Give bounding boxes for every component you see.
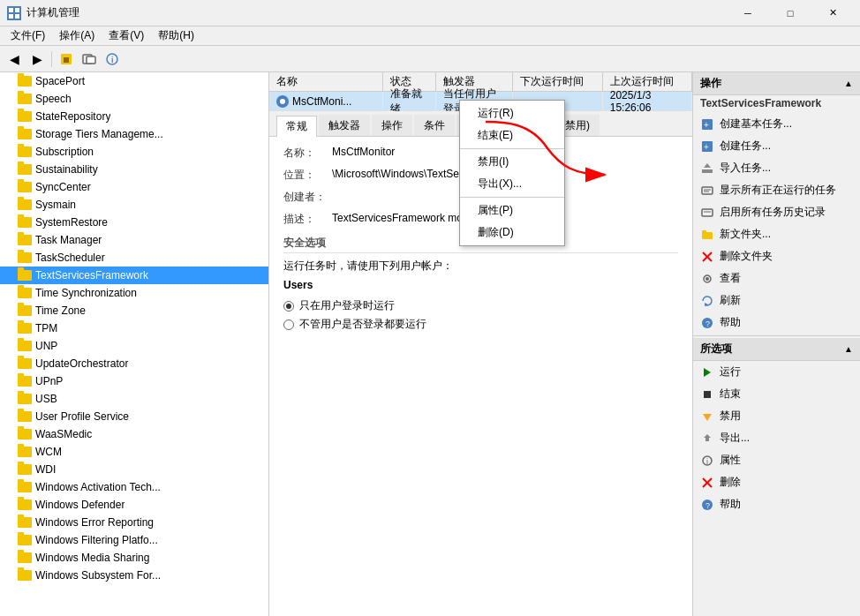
properties-button[interactable]: i: [102, 49, 123, 69]
context-menu-end[interactable]: 结束(E): [460, 124, 564, 146]
sidebar-item-sustainability[interactable]: Sustainability: [0, 161, 268, 178]
radio-row-2[interactable]: 不管用户是否登录都要运行: [283, 317, 678, 332]
tab-triggers[interactable]: 触发器: [319, 115, 370, 136]
svg-rect-31: [704, 391, 711, 398]
forward-button[interactable]: ▶: [26, 49, 48, 69]
radio-button-1[interactable]: [283, 301, 294, 312]
folder-icon: [18, 464, 32, 475]
context-menu-delete[interactable]: 删除(D): [460, 222, 564, 244]
folder-icon: [18, 535, 32, 545]
context-menu-disable[interactable]: 禁用(I): [460, 151, 564, 173]
action-create-basic[interactable]: + 创建基本任务...: [693, 113, 860, 135]
svg-text:i: i: [111, 56, 114, 64]
action-export[interactable]: 导出...: [693, 427, 860, 449]
action-import[interactable]: 导入任务...: [693, 157, 860, 179]
maximize-button[interactable]: □: [770, 4, 811, 22]
sidebar-item-wdi[interactable]: WDI: [0, 461, 268, 478]
delete-icon: [700, 476, 714, 490]
sidebar-item-speech[interactable]: Speech: [0, 90, 268, 108]
radio-button-2[interactable]: [283, 319, 294, 330]
action-help[interactable]: ? 帮助: [693, 312, 860, 334]
menu-help[interactable]: 帮助(H): [151, 26, 201, 45]
sidebar-item-updateorch[interactable]: UpdateOrchestrator: [0, 355, 268, 372]
context-menu-properties[interactable]: 属性(P): [460, 199, 564, 222]
sidebar-item-state-repository[interactable]: StateRepository: [0, 108, 268, 125]
sidebar-item-wcm[interactable]: WCM: [0, 443, 268, 461]
action-refresh[interactable]: 刷新: [693, 289, 860, 312]
folder-icon: [18, 358, 32, 369]
sidebar-item-timesync[interactable]: Time Synchronization: [0, 284, 268, 302]
context-menu-run[interactable]: 运行(R): [460, 102, 564, 124]
sidebar-item-taskscheduler[interactable]: TaskScheduler: [0, 249, 268, 267]
context-menu-export[interactable]: 导出(X)...: [460, 173, 564, 195]
folder-icon: [18, 270, 32, 281]
toolbar-separator: [51, 51, 52, 67]
sidebar-item-systemrestore[interactable]: SystemRestore: [0, 214, 268, 231]
menu-file[interactable]: 文件(F): [4, 26, 52, 45]
folder-icon: [18, 411, 32, 422]
action-disable[interactable]: 禁用: [693, 405, 860, 427]
sidebar-item-tpm[interactable]: TPM: [0, 319, 268, 337]
tab-general[interactable]: 常规: [276, 116, 317, 137]
sidebar-item-taskmanager[interactable]: Task Manager: [0, 231, 268, 249]
svg-text:+: +: [704, 142, 709, 152]
action-create-task[interactable]: + 创建任务...: [693, 135, 860, 157]
action-show-running[interactable]: 显示所有正在运行的任务: [693, 179, 860, 201]
action-delete[interactable]: 删除: [693, 471, 860, 493]
export-icon: [700, 432, 714, 446]
sidebar-item-waasmedic[interactable]: WaaSMedic: [0, 425, 268, 443]
sidebar-item-timezone[interactable]: Time Zone: [0, 302, 268, 319]
window-controls: ─ □ ✕: [728, 4, 853, 22]
sidebar-item-upnp[interactable]: UPnP: [0, 372, 268, 390]
action-new-folder[interactable]: 新文件夹...: [693, 223, 860, 245]
action-view[interactable]: 查看: [693, 267, 860, 289]
action-section-2-title: 所选项 ▲: [693, 338, 860, 361]
sidebar-item-storage[interactable]: Storage Tiers Manageme...: [0, 125, 268, 143]
sidebar-item-winsubsystem[interactable]: Windows Subsystem For...: [0, 567, 268, 584]
sidebar-item-spaceport[interactable]: SpacePort: [0, 72, 268, 90]
folder-icon: [18, 164, 32, 175]
action-properties[interactable]: i 属性: [693, 449, 860, 471]
create-basic-icon: +: [700, 117, 714, 131]
svg-rect-3: [15, 14, 19, 19]
author-label: 创建者：: [283, 190, 332, 205]
back-button[interactable]: ◀: [4, 49, 25, 69]
sidebar-item-usb[interactable]: USB: [0, 390, 268, 408]
action-enable-history[interactable]: 启用所有任务历史记录: [693, 201, 860, 223]
sidebar-item-unp[interactable]: UNP: [0, 337, 268, 355]
svg-rect-5: [64, 57, 69, 63]
sidebar-item-winmedia[interactable]: Windows Media Sharing: [0, 549, 268, 567]
action-end[interactable]: 结束: [693, 383, 860, 405]
sidebar-item-textservices[interactable]: TextServicesFramework: [0, 267, 268, 284]
minimize-button[interactable]: ─: [728, 4, 768, 22]
main-container: SpacePort Speech StateRepository Storage…: [0, 72, 860, 616]
svg-marker-30: [704, 368, 711, 377]
action-section-1-title: 操作 ▲: [693, 72, 860, 95]
tab-conditions[interactable]: 条件: [414, 115, 455, 136]
action-run[interactable]: 运行: [693, 361, 860, 383]
sidebar-item-windefender[interactable]: Windows Defender: [0, 496, 268, 514]
app-icon: [7, 6, 21, 20]
close-button[interactable]: ✕: [812, 4, 853, 22]
sidebar-item-winactivation[interactable]: Windows Activation Tech...: [0, 478, 268, 496]
radio-row-1[interactable]: 只在用户登录时运行: [283, 298, 678, 313]
col-header-name[interactable]: 名称: [269, 72, 383, 91]
sidebar-item-winfiltering[interactable]: Windows Filtering Platfo...: [0, 531, 268, 549]
menu-view[interactable]: 查看(V): [102, 26, 151, 45]
up-button[interactable]: [56, 49, 77, 69]
properties-action-icon: i: [700, 454, 714, 468]
sidebar-item-sysmain[interactable]: Sysmain: [0, 196, 268, 214]
toolbar: ◀ ▶ i: [0, 46, 860, 72]
col-header-next[interactable]: 下次运行时间: [513, 72, 602, 91]
sidebar-item-userprofile[interactable]: User Profile Service: [0, 408, 268, 425]
tab-actions[interactable]: 操作: [372, 115, 412, 136]
action-delete-folder[interactable]: 删除文件夹: [693, 245, 860, 267]
show-button[interactable]: [79, 49, 100, 69]
svg-text:?: ?: [705, 501, 710, 510]
menu-action[interactable]: 操作(A): [52, 26, 102, 45]
action-help2[interactable]: ? 帮助: [693, 493, 860, 515]
sidebar-item-winerror[interactable]: Windows Error Reporting: [0, 514, 268, 531]
sidebar-item-subscription[interactable]: Subscription: [0, 143, 268, 161]
help2-icon: ?: [700, 498, 714, 512]
sidebar-item-synccenter[interactable]: SyncCenter: [0, 178, 268, 196]
